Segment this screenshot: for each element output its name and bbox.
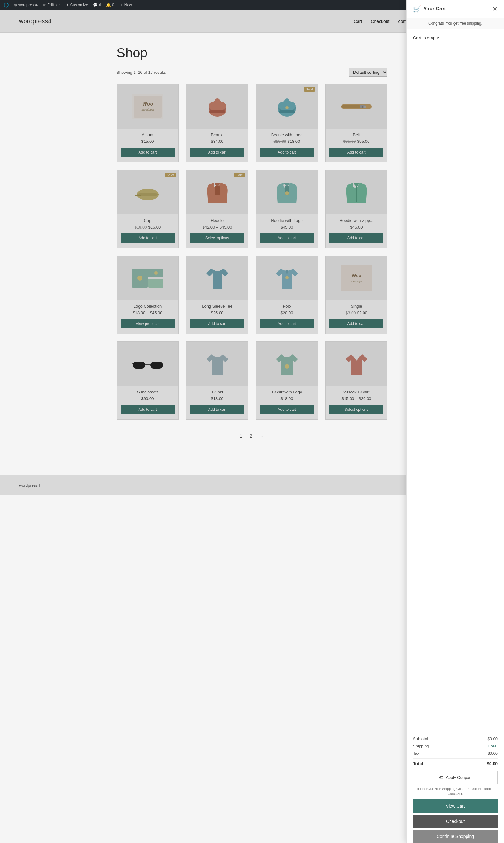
product-image-polo bbox=[256, 256, 318, 300]
product-card-hoodie-zip: Hoodie with Zipp... $45.00 Add to cart bbox=[325, 170, 388, 248]
product-card-single: Woothe single Single $3.00$2.00 Add to c… bbox=[325, 256, 388, 334]
nav-checkout[interactable]: Checkout bbox=[371, 19, 389, 24]
product-name-hoodie-zip: Hoodie with Zipp... bbox=[326, 218, 387, 223]
continue-shopping-button[interactable]: Continue Shopping bbox=[413, 830, 498, 843]
page-2[interactable]: 2 bbox=[247, 432, 255, 440]
svg-rect-38 bbox=[132, 363, 133, 364]
svg-rect-22 bbox=[215, 186, 219, 195]
add-to-cart-album[interactable]: Add to cart bbox=[121, 148, 175, 157]
product-name-hoodie-logo: Hoodie with Logo bbox=[256, 218, 318, 223]
product-price-album: $15.00 bbox=[117, 139, 178, 144]
cart-close-button[interactable]: ✕ bbox=[492, 6, 498, 12]
product-card-logo-collection: Logo Collection $18.00 – $45.00 View pro… bbox=[116, 256, 179, 334]
add-to-cart-tshirt[interactable]: Add to cart bbox=[190, 405, 244, 414]
product-card-sunglasses: Sunglasses $90.00 Add to cart bbox=[116, 341, 179, 419]
product-price-longsleeve: $25.00 bbox=[186, 311, 248, 315]
product-image-vneck bbox=[326, 342, 387, 386]
apply-coupon-button[interactable]: 🏷 Apply Coupon bbox=[413, 771, 498, 784]
product-name-album: Album bbox=[117, 133, 178, 137]
product-name-belt: Belt bbox=[326, 133, 387, 137]
svg-rect-39 bbox=[162, 363, 163, 364]
apply-coupon-label: Apply Coupon bbox=[446, 775, 471, 780]
svg-point-13 bbox=[285, 106, 289, 109]
add-to-cart-hoodie-logo[interactable]: Add to cart bbox=[260, 233, 314, 243]
product-card-album: Woothe album Album $15.00 Add to cart bbox=[116, 84, 179, 162]
product-price-cap: $18.00$16.00 bbox=[117, 225, 178, 229]
plus-icon: ＋ bbox=[120, 2, 123, 8]
svg-rect-0 bbox=[133, 96, 162, 118]
cart-shipping-row: Shipping Free! bbox=[413, 742, 498, 750]
subtotal-label: Subtotal bbox=[413, 737, 428, 741]
product-name-longsleeve: Long Sleeve Tee bbox=[186, 304, 248, 309]
product-name-tshirt-logo: T-Shirt with Logo bbox=[256, 390, 318, 394]
product-image-beanie bbox=[186, 85, 248, 128]
view-products-logo-collection[interactable]: View products bbox=[121, 319, 175, 328]
product-card-belt: Belt $65.00$55.00 Add to cart bbox=[325, 84, 388, 162]
add-to-cart-cap[interactable]: Add to cart bbox=[121, 233, 175, 243]
total-label: Total bbox=[413, 761, 423, 766]
select-options-vneck[interactable]: Select options bbox=[329, 405, 383, 414]
add-to-cart-hoodie-zip[interactable]: Add to cart bbox=[329, 233, 383, 243]
admin-bar-site[interactable]: ⊕ wordpress4 bbox=[14, 3, 38, 7]
product-image-tshirt-logo bbox=[256, 342, 318, 386]
admin-bar-customize[interactable]: ✦ Customize bbox=[66, 3, 88, 7]
cart-free-shipping-msg: Congrats! You get free shipping. bbox=[407, 18, 504, 29]
cart-empty-text: Cart is empty bbox=[413, 35, 439, 40]
product-name-vneck: V-Neck T-Shirt bbox=[326, 390, 387, 394]
select-options-hoodie[interactable]: Select options bbox=[190, 233, 244, 243]
product-name-cap: Cap bbox=[117, 218, 178, 223]
tax-label: Tax bbox=[413, 751, 419, 756]
svg-point-30 bbox=[154, 272, 158, 275]
add-to-cart-sunglasses[interactable]: Add to cart bbox=[121, 405, 175, 414]
svg-rect-12 bbox=[279, 110, 295, 113]
product-card-tshirt: T-Shirt $18.00 Add to cart bbox=[186, 341, 248, 419]
admin-bar-edit-site[interactable]: ✏ Edit site bbox=[43, 3, 61, 7]
add-to-cart-beanie[interactable]: Add to cart bbox=[190, 148, 244, 157]
product-image-cap: Sale! bbox=[117, 170, 178, 214]
shop-title: Shop bbox=[116, 46, 388, 61]
product-price-sunglasses: $90.00 bbox=[117, 396, 178, 401]
nav-cart[interactable]: Cart bbox=[354, 19, 362, 24]
showing-results: Showing 1–16 of 17 results bbox=[116, 70, 166, 75]
cart-totals: Subtotal $0.00 Shipping Free! Tax $0.00 … bbox=[413, 735, 498, 767]
admin-bar-comments[interactable]: 💬 6 bbox=[93, 3, 101, 7]
add-to-cart-single[interactable]: Add to cart bbox=[329, 319, 383, 328]
product-image-album: Woothe album bbox=[117, 85, 178, 128]
product-name-beanie-logo: Beanie with Logo bbox=[256, 133, 318, 137]
next-page[interactable]: → bbox=[257, 432, 267, 440]
svg-rect-21 bbox=[135, 194, 141, 196]
cart-empty-area: Cart is empty bbox=[407, 29, 504, 730]
site-title[interactable]: wordpress4 bbox=[19, 18, 51, 25]
admin-bar-new[interactable]: ＋ New bbox=[120, 2, 132, 8]
svg-text:the album: the album bbox=[141, 108, 154, 111]
svg-text:the single: the single bbox=[351, 280, 362, 283]
svg-point-24 bbox=[285, 191, 289, 195]
view-cart-button[interactable]: View Cart bbox=[413, 799, 498, 813]
product-image-belt bbox=[326, 85, 387, 128]
add-to-cart-longsleeve[interactable]: Add to cart bbox=[190, 319, 244, 328]
sort-select[interactable]: Default sorting bbox=[349, 68, 388, 76]
add-to-cart-tshirt-logo[interactable]: Add to cart bbox=[260, 405, 314, 414]
svg-rect-32 bbox=[342, 267, 371, 289]
customize-icon: ✦ bbox=[66, 3, 69, 7]
svg-point-11 bbox=[285, 98, 289, 103]
tax-value: $0.00 bbox=[487, 751, 498, 756]
shipping-value: Free! bbox=[488, 744, 498, 749]
cart-icon: 🛒 bbox=[413, 5, 421, 13]
product-card-longsleeve: Long Sleeve Tee $25.00 Add to cart bbox=[186, 256, 248, 334]
product-price-beanie: $34.00 bbox=[186, 139, 248, 144]
checkout-button[interactable]: Checkout bbox=[413, 815, 498, 828]
product-card-beanie: Beanie $34.00 Add to cart bbox=[186, 84, 248, 162]
product-name-sunglasses: Sunglasses bbox=[117, 390, 178, 394]
cart-panel-title: Your Cart bbox=[424, 6, 446, 12]
wp-logo[interactable]: ⬡ bbox=[4, 2, 9, 8]
svg-rect-28 bbox=[148, 279, 163, 288]
add-to-cart-belt[interactable]: Add to cart bbox=[329, 148, 383, 157]
add-to-cart-polo[interactable]: Add to cart bbox=[260, 319, 314, 328]
product-price-single: $3.00$2.00 bbox=[326, 311, 387, 315]
product-price-vneck: $15.00 – $20.00 bbox=[326, 396, 387, 401]
subtotal-value: $0.00 bbox=[487, 737, 498, 741]
admin-bar-notifications[interactable]: 🔔 0 bbox=[106, 3, 114, 7]
add-to-cart-beanie-logo[interactable]: Add to cart bbox=[260, 148, 314, 157]
shipping-label: Shipping bbox=[413, 744, 429, 749]
